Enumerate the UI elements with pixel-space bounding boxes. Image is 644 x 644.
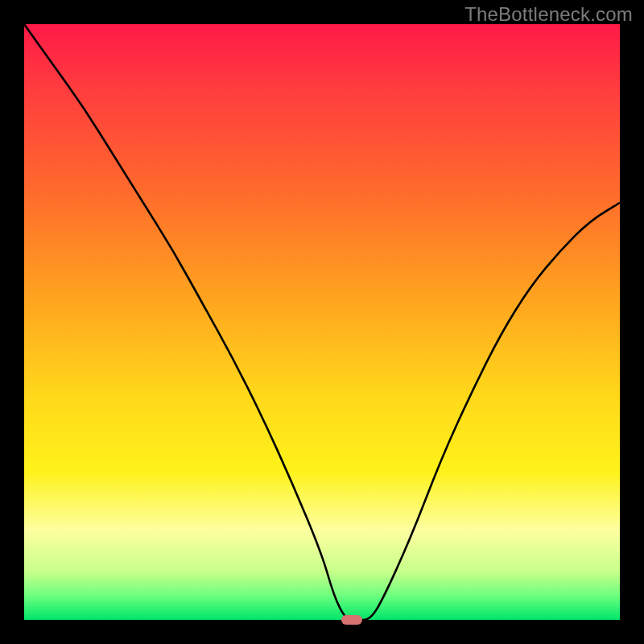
watermark-text: TheBottleneck.com <box>464 3 633 26</box>
bottleneck-curve <box>24 24 620 620</box>
optimal-marker <box>341 615 362 625</box>
curve-path <box>24 24 620 620</box>
plot-area <box>24 24 620 620</box>
chart-frame: TheBottleneck.com <box>0 0 644 644</box>
